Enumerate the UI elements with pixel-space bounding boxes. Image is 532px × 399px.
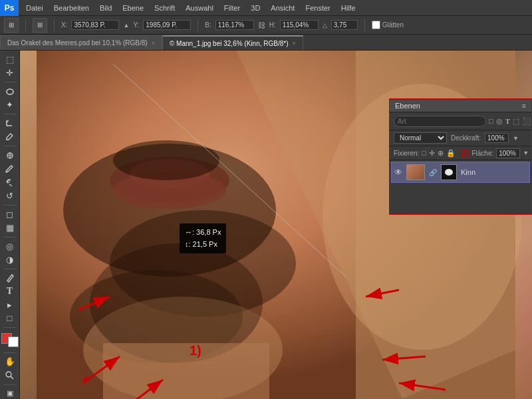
deckkraft-label: Deckkraft:	[451, 134, 481, 142]
layer-chain-icon[interactable]: 🔗	[429, 169, 437, 176]
layer-thumbnail	[406, 164, 425, 180]
h-input[interactable]	[280, 20, 319, 30]
layer-eye-icon[interactable]: 👁	[394, 168, 402, 177]
left-toolbar: ⬚ ✛ ✦ ↺ ◻ ▦ ◎ ◑ T	[0, 51, 20, 399]
layers-title-text: Ebenen	[395, 102, 420, 110]
svg-point-3	[6, 372, 11, 377]
fix-icon-3[interactable]: ⊕	[438, 149, 444, 158]
background-color[interactable]	[8, 336, 19, 347]
smooth-label: Glätten	[382, 21, 404, 29]
angle-input[interactable]	[331, 20, 358, 30]
flaeche-label: Fläche:	[471, 150, 493, 157]
smooth-checkbox-label: Glätten	[372, 21, 404, 29]
layers-panel-title: Ebenen ≡	[390, 100, 531, 112]
canvas-area[interactable]: ↔: 36,8 Px ↕: 21,5 Px 1)	[20, 51, 532, 399]
selection-rect-tool[interactable]: ⬚	[1, 53, 19, 66]
y-label: Y:	[133, 21, 139, 29]
menu-auswahl[interactable]: Auswahl	[181, 2, 218, 14]
eraser-tool[interactable]: ◻	[1, 207, 19, 220]
layers-search-input[interactable]	[394, 116, 486, 127]
link-icon: ⛓	[258, 21, 265, 29]
layers-blend-row: Normal Deckkraft: ▼	[390, 130, 531, 146]
y-input[interactable]	[143, 20, 191, 30]
svg-rect-17	[103, 343, 269, 399]
fix-icon-4[interactable]: 🔒	[446, 149, 456, 158]
optionsbar: ⊞ ⊞ X: ▲ Y: B: ⛓ H: △ Glätten	[0, 16, 532, 35]
gradient-tool[interactable]: ▦	[1, 221, 19, 234]
svg-point-0	[7, 89, 13, 94]
layers-icon-fill[interactable]: ⬛	[522, 115, 531, 127]
tab-orakel-label: Das Orakel des Meeres.psd bei 10,1% (RGB…	[7, 39, 148, 47]
grid-btn[interactable]: ⊞	[33, 18, 47, 33]
deckkraft-input[interactable]	[485, 133, 509, 143]
layers-icon-filter[interactable]: □	[489, 115, 493, 127]
quick-select-tool[interactable]: ✦	[1, 98, 19, 111]
crop-tool[interactable]	[1, 117, 19, 130]
x-label: X:	[61, 21, 67, 29]
layers-panel-collapse[interactable]: ≡	[522, 102, 526, 110]
layers-icon-circle[interactable]: ◎	[496, 115, 503, 127]
text-tool[interactable]: T	[1, 285, 19, 298]
menu-bild[interactable]: Bild	[95, 2, 116, 14]
eyedropper-tool[interactable]	[1, 130, 19, 143]
main-area: ⬚ ✛ ✦ ↺ ◻ ▦ ◎ ◑ T	[0, 51, 532, 399]
layer-mask-thumbnail	[441, 164, 457, 180]
fixieren-label: Fixieren:	[394, 150, 419, 157]
selection-mode-btn[interactable]: ⊞	[4, 18, 19, 33]
menu-ebene[interactable]: Ebene	[118, 2, 148, 14]
menu-items-container: Datei Bearbeiten Bild Ebene Schrift Ausw…	[19, 2, 360, 14]
menu-hilfe[interactable]: Hilfe	[336, 2, 360, 14]
zoom-tool[interactable]	[1, 368, 19, 381]
tab-orakel-close[interactable]: ×	[152, 40, 155, 47]
menu-filter[interactable]: Filter	[219, 2, 245, 14]
hand-tool[interactable]: ✋	[1, 355, 19, 368]
layer-row-kinn[interactable]: 👁 🔗 Kinn	[391, 162, 530, 183]
layers-list: 👁 🔗 Kinn	[390, 160, 531, 184]
move-tool[interactable]: ✛	[1, 66, 19, 79]
shape-tool[interactable]: □	[1, 312, 19, 325]
tab-mann-label: © Mann_1.jpg bei 32,6% (Kinn, RGB/8*)	[170, 40, 289, 47]
menu-fenster[interactable]: Fenster	[301, 2, 334, 14]
smooth-checkbox[interactable]	[372, 21, 380, 29]
path-select-tool[interactable]: ▸	[1, 299, 19, 311]
screen-mode-btn[interactable]: ▣	[1, 387, 19, 399]
tab-orakel[interactable]: Das Orakel des Meeres.psd bei 10,1% (RGB…	[0, 35, 162, 50]
layers-panel: Ebenen ≡ □ ◎ T ⬚ ⬛ ▣ Normal Deckkraft:	[389, 98, 532, 215]
brush-tool[interactable]	[1, 162, 19, 175]
layers-search-row: □ ◎ T ⬚ ⬛ ▣	[390, 112, 531, 130]
x-input[interactable]	[71, 20, 119, 30]
lasso-tool[interactable]	[1, 85, 19, 98]
menu-datei[interactable]: Datei	[21, 2, 48, 14]
menu-bearbeiten[interactable]: Bearbeiten	[49, 2, 94, 14]
color-pair	[1, 333, 19, 347]
svg-line-4	[11, 376, 13, 379]
flaeche-arrow[interactable]: ▼	[523, 150, 529, 156]
blend-mode-select[interactable]: Normal	[394, 132, 447, 144]
annotation-2-inline: 2)	[461, 148, 469, 158]
flaeche-input[interactable]	[496, 148, 520, 158]
tab-mann[interactable]: © Mann_1.jpg bei 32,6% (Kinn, RGB/8*) ×	[162, 35, 303, 50]
angle-icon: △	[323, 22, 327, 29]
layers-icon-text[interactable]: T	[505, 115, 510, 127]
clone-tool[interactable]	[1, 176, 19, 188]
deckkraft-arrow[interactable]: ▼	[513, 135, 519, 142]
h-label: H:	[269, 21, 276, 29]
dodge-tool[interactable]: ◑	[1, 253, 19, 266]
pen-tool[interactable]	[1, 272, 19, 285]
svg-point-29	[445, 169, 453, 176]
history-brush-tool[interactable]: ↺	[1, 190, 19, 202]
b-input[interactable]	[215, 20, 254, 30]
fix-icon-2[interactable]: ✛	[429, 149, 435, 158]
menu-schrift[interactable]: Schrift	[150, 2, 180, 14]
fix-icon-1[interactable]: □	[422, 149, 426, 157]
tab-mann-close[interactable]: ×	[293, 40, 296, 47]
blur-tool[interactable]: ◎	[1, 239, 19, 252]
menubar: Ps Datei Bearbeiten Bild Ebene Schrift A…	[0, 0, 532, 16]
tabbar: Das Orakel des Meeres.psd bei 10,1% (RGB…	[0, 35, 532, 51]
layers-icon-layer[interactable]: ⬚	[513, 115, 519, 127]
healing-tool[interactable]	[1, 149, 19, 162]
menu-3d[interactable]: 3D	[246, 2, 265, 14]
svg-point-12	[113, 140, 219, 180]
menu-ansicht[interactable]: Ansicht	[266, 2, 299, 14]
layers-fix-row: Fixieren: □ ✛ ⊕ 🔒 2) Fläche: ▼	[390, 146, 531, 160]
